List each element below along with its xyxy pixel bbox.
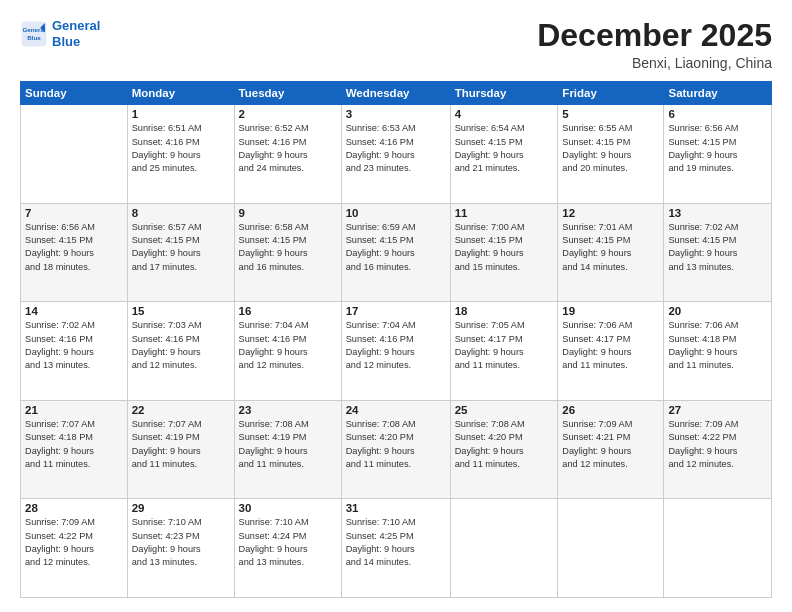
table-row: 28Sunrise: 7:09 AMSunset: 4:22 PMDayligh… (21, 499, 128, 598)
day-info: Sunrise: 6:52 AMSunset: 4:16 PMDaylight:… (239, 122, 337, 175)
day-info: Sunrise: 7:09 AMSunset: 4:22 PMDaylight:… (668, 418, 767, 471)
logo-line1: General (52, 18, 100, 33)
day-number: 3 (346, 108, 446, 120)
table-row: 9Sunrise: 6:58 AMSunset: 4:15 PMDaylight… (234, 203, 341, 302)
table-row: 1Sunrise: 6:51 AMSunset: 4:16 PMDaylight… (127, 105, 234, 204)
day-info: Sunrise: 7:09 AMSunset: 4:22 PMDaylight:… (25, 516, 123, 569)
day-info: Sunrise: 6:57 AMSunset: 4:15 PMDaylight:… (132, 221, 230, 274)
day-number: 18 (455, 305, 554, 317)
table-row: 17Sunrise: 7:04 AMSunset: 4:16 PMDayligh… (341, 302, 450, 401)
table-row: 6Sunrise: 6:56 AMSunset: 4:15 PMDaylight… (664, 105, 772, 204)
title-block: December 2025 Benxi, Liaoning, China (537, 18, 772, 71)
logo-line2: Blue (52, 34, 80, 49)
table-row: 8Sunrise: 6:57 AMSunset: 4:15 PMDaylight… (127, 203, 234, 302)
table-row: 22Sunrise: 7:07 AMSunset: 4:19 PMDayligh… (127, 400, 234, 499)
day-number: 17 (346, 305, 446, 317)
day-info: Sunrise: 7:08 AMSunset: 4:19 PMDaylight:… (239, 418, 337, 471)
col-wednesday: Wednesday (341, 82, 450, 105)
day-info: Sunrise: 7:07 AMSunset: 4:18 PMDaylight:… (25, 418, 123, 471)
day-number: 31 (346, 502, 446, 514)
table-row: 15Sunrise: 7:03 AMSunset: 4:16 PMDayligh… (127, 302, 234, 401)
day-info: Sunrise: 6:56 AMSunset: 4:15 PMDaylight:… (668, 122, 767, 175)
month-title: December 2025 (537, 18, 772, 53)
day-number: 29 (132, 502, 230, 514)
day-info: Sunrise: 7:06 AMSunset: 4:17 PMDaylight:… (562, 319, 659, 372)
calendar-week-1: 1Sunrise: 6:51 AMSunset: 4:16 PMDaylight… (21, 105, 772, 204)
table-row (664, 499, 772, 598)
header: General Blue General Blue December 2025 … (20, 18, 772, 71)
day-info: Sunrise: 7:08 AMSunset: 4:20 PMDaylight:… (455, 418, 554, 471)
col-tuesday: Tuesday (234, 82, 341, 105)
table-row: 16Sunrise: 7:04 AMSunset: 4:16 PMDayligh… (234, 302, 341, 401)
table-row (21, 105, 128, 204)
col-thursday: Thursday (450, 82, 558, 105)
table-row (450, 499, 558, 598)
col-saturday: Saturday (664, 82, 772, 105)
table-row: 2Sunrise: 6:52 AMSunset: 4:16 PMDaylight… (234, 105, 341, 204)
table-row: 30Sunrise: 7:10 AMSunset: 4:24 PMDayligh… (234, 499, 341, 598)
day-number: 24 (346, 404, 446, 416)
table-row: 4Sunrise: 6:54 AMSunset: 4:15 PMDaylight… (450, 105, 558, 204)
day-info: Sunrise: 7:09 AMSunset: 4:21 PMDaylight:… (562, 418, 659, 471)
day-info: Sunrise: 7:07 AMSunset: 4:19 PMDaylight:… (132, 418, 230, 471)
calendar-header-row: Sunday Monday Tuesday Wednesday Thursday… (21, 82, 772, 105)
day-number: 30 (239, 502, 337, 514)
day-number: 5 (562, 108, 659, 120)
day-number: 11 (455, 207, 554, 219)
day-info: Sunrise: 6:55 AMSunset: 4:15 PMDaylight:… (562, 122, 659, 175)
day-info: Sunrise: 7:04 AMSunset: 4:16 PMDaylight:… (346, 319, 446, 372)
day-number: 8 (132, 207, 230, 219)
table-row: 20Sunrise: 7:06 AMSunset: 4:18 PMDayligh… (664, 302, 772, 401)
table-row: 26Sunrise: 7:09 AMSunset: 4:21 PMDayligh… (558, 400, 664, 499)
day-info: Sunrise: 7:03 AMSunset: 4:16 PMDaylight:… (132, 319, 230, 372)
day-number: 13 (668, 207, 767, 219)
col-friday: Friday (558, 82, 664, 105)
day-info: Sunrise: 7:00 AMSunset: 4:15 PMDaylight:… (455, 221, 554, 274)
page: General Blue General Blue December 2025 … (0, 0, 792, 612)
day-number: 16 (239, 305, 337, 317)
day-info: Sunrise: 6:53 AMSunset: 4:16 PMDaylight:… (346, 122, 446, 175)
day-number: 23 (239, 404, 337, 416)
day-info: Sunrise: 7:05 AMSunset: 4:17 PMDaylight:… (455, 319, 554, 372)
day-number: 22 (132, 404, 230, 416)
day-info: Sunrise: 7:02 AMSunset: 4:16 PMDaylight:… (25, 319, 123, 372)
day-number: 14 (25, 305, 123, 317)
day-info: Sunrise: 7:01 AMSunset: 4:15 PMDaylight:… (562, 221, 659, 274)
table-row: 12Sunrise: 7:01 AMSunset: 4:15 PMDayligh… (558, 203, 664, 302)
day-info: Sunrise: 6:54 AMSunset: 4:15 PMDaylight:… (455, 122, 554, 175)
table-row: 5Sunrise: 6:55 AMSunset: 4:15 PMDaylight… (558, 105, 664, 204)
day-number: 7 (25, 207, 123, 219)
day-number: 21 (25, 404, 123, 416)
day-info: Sunrise: 7:02 AMSunset: 4:15 PMDaylight:… (668, 221, 767, 274)
table-row: 3Sunrise: 6:53 AMSunset: 4:16 PMDaylight… (341, 105, 450, 204)
day-number: 4 (455, 108, 554, 120)
table-row: 29Sunrise: 7:10 AMSunset: 4:23 PMDayligh… (127, 499, 234, 598)
day-info: Sunrise: 6:59 AMSunset: 4:15 PMDaylight:… (346, 221, 446, 274)
calendar-week-3: 14Sunrise: 7:02 AMSunset: 4:16 PMDayligh… (21, 302, 772, 401)
table-row: 25Sunrise: 7:08 AMSunset: 4:20 PMDayligh… (450, 400, 558, 499)
table-row: 31Sunrise: 7:10 AMSunset: 4:25 PMDayligh… (341, 499, 450, 598)
logo: General Blue General Blue (20, 18, 100, 49)
day-number: 27 (668, 404, 767, 416)
table-row: 18Sunrise: 7:05 AMSunset: 4:17 PMDayligh… (450, 302, 558, 401)
col-monday: Monday (127, 82, 234, 105)
day-number: 15 (132, 305, 230, 317)
table-row: 7Sunrise: 6:56 AMSunset: 4:15 PMDaylight… (21, 203, 128, 302)
day-number: 28 (25, 502, 123, 514)
day-info: Sunrise: 7:04 AMSunset: 4:16 PMDaylight:… (239, 319, 337, 372)
table-row: 23Sunrise: 7:08 AMSunset: 4:19 PMDayligh… (234, 400, 341, 499)
table-row: 13Sunrise: 7:02 AMSunset: 4:15 PMDayligh… (664, 203, 772, 302)
day-number: 6 (668, 108, 767, 120)
day-info: Sunrise: 7:10 AMSunset: 4:25 PMDaylight:… (346, 516, 446, 569)
day-info: Sunrise: 6:56 AMSunset: 4:15 PMDaylight:… (25, 221, 123, 274)
day-number: 12 (562, 207, 659, 219)
table-row: 27Sunrise: 7:09 AMSunset: 4:22 PMDayligh… (664, 400, 772, 499)
day-number: 19 (562, 305, 659, 317)
day-number: 2 (239, 108, 337, 120)
table-row (558, 499, 664, 598)
day-number: 1 (132, 108, 230, 120)
day-number: 10 (346, 207, 446, 219)
day-number: 25 (455, 404, 554, 416)
svg-text:Blue: Blue (27, 34, 41, 41)
day-info: Sunrise: 6:51 AMSunset: 4:16 PMDaylight:… (132, 122, 230, 175)
